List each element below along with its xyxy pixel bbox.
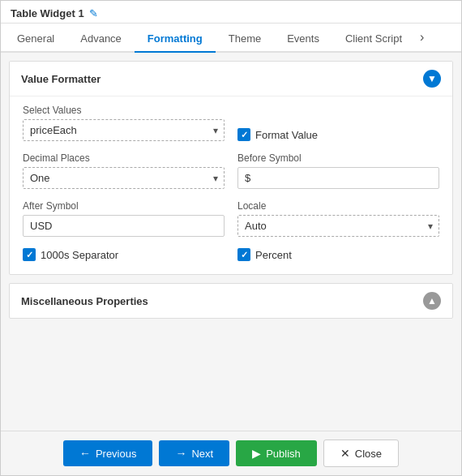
tab-general[interactable]: General xyxy=(4,26,67,53)
thousands-sep-check-group: ✓ 1000s Separator xyxy=(23,248,225,261)
previous-label: Previous xyxy=(96,448,137,460)
select-values-label: Select Values xyxy=(23,105,225,116)
misc-section-header[interactable]: Miscellaneous Properties ▲ xyxy=(10,284,452,318)
row-select-values: Select Values priceEach priceTotal ▾ xyxy=(23,105,439,141)
value-formatter-title: Value Formatter xyxy=(21,73,101,85)
previous-button[interactable]: ← Previous xyxy=(63,440,153,466)
before-symbol-label: Before Symbol xyxy=(237,152,439,164)
checkmark-icon: ✓ xyxy=(241,130,248,140)
decimal-places-label: Decimal Places xyxy=(23,152,225,164)
arrow-left-icon: ← xyxy=(79,447,91,460)
thousands-separator-checkbox[interactable]: ✓ xyxy=(23,248,36,261)
checkmark-icon: ✓ xyxy=(26,250,33,260)
decimal-places-select[interactable]: One Two Three xyxy=(23,167,225,189)
next-label: Next xyxy=(191,448,213,460)
locale-wrapper: Auto en-US fr-FR ▾ xyxy=(237,215,439,237)
play-icon: ▶ xyxy=(252,447,261,460)
before-symbol-group: Before Symbol xyxy=(237,152,439,189)
percent-check-group: ✓ Percent xyxy=(237,248,439,261)
locale-label: Locale xyxy=(237,200,439,212)
tab-events[interactable]: Events xyxy=(274,26,332,53)
value-formatter-header[interactable]: Value Formatter ▼ xyxy=(10,62,452,96)
window-title: Table Widget 1 xyxy=(11,7,84,19)
select-values-select[interactable]: priceEach priceTotal xyxy=(23,119,225,141)
after-symbol-group: After Symbol xyxy=(23,200,225,237)
thousands-separator-label: 1000s Separator xyxy=(41,249,118,261)
close-label: Close xyxy=(355,448,382,460)
tab-formatting[interactable]: Formatting xyxy=(135,26,216,53)
chevron-down-icon: ▼ xyxy=(427,73,437,84)
value-formatter-body: Select Values priceEach priceTotal ▾ xyxy=(10,96,452,274)
percent-group: ✓ Percent xyxy=(237,248,439,261)
format-value-group: ✓ Format Value xyxy=(237,105,439,141)
percent-label: Percent xyxy=(255,249,292,261)
format-value-check-group: ✓ Format Value xyxy=(237,128,439,141)
chevron-up-icon: ▲ xyxy=(427,295,437,307)
after-symbol-label: After Symbol xyxy=(23,200,225,212)
arrow-right-icon: → xyxy=(175,447,186,460)
format-value-label: Format Value xyxy=(255,129,318,141)
publish-label: Publish xyxy=(266,448,301,460)
misc-toggle[interactable]: ▲ xyxy=(423,292,441,310)
select-values-wrapper: priceEach priceTotal ▾ xyxy=(23,119,225,141)
tab-advance[interactable]: Advance xyxy=(67,26,135,53)
row-after-locale: After Symbol Locale Auto en-US fr-FR ▾ xyxy=(23,200,439,237)
main-content: Value Formatter ▼ Select Values priceEac… xyxy=(1,53,461,431)
close-button[interactable]: ✕ Close xyxy=(323,440,399,467)
publish-button[interactable]: ▶ Publish xyxy=(236,440,317,466)
edit-icon[interactable]: ✎ xyxy=(89,7,98,19)
misc-section: Miscellaneous Properties ▲ xyxy=(9,283,453,319)
decimal-places-wrapper: One Two Three ▾ xyxy=(23,167,225,189)
next-button[interactable]: → Next xyxy=(159,440,229,466)
row-decimal-before: Decimal Places One Two Three ▾ Before Sy… xyxy=(23,152,439,189)
tab-client-script[interactable]: Client Script xyxy=(332,26,415,53)
decimal-places-group: Decimal Places One Two Three ▾ xyxy=(23,152,225,189)
before-symbol-input[interactable] xyxy=(237,167,439,189)
percent-checkbox[interactable]: ✓ xyxy=(237,248,250,261)
row-checkboxes: ✓ 1000s Separator ✓ Percent xyxy=(23,248,439,261)
checkmark-icon: ✓ xyxy=(241,250,248,260)
misc-section-title: Miscellaneous Properties xyxy=(21,295,148,307)
locale-group: Locale Auto en-US fr-FR ▾ xyxy=(237,200,439,237)
format-value-checkbox[interactable]: ✓ xyxy=(237,128,250,141)
value-formatter-section: Value Formatter ▼ Select Values priceEac… xyxy=(9,61,453,275)
tab-theme[interactable]: Theme xyxy=(216,26,274,53)
thousands-sep-group: ✓ 1000s Separator xyxy=(23,248,225,261)
value-formatter-toggle[interactable]: ▼ xyxy=(423,70,441,88)
tabs-more-button[interactable]: › xyxy=(415,24,429,51)
select-values-group: Select Values priceEach priceTotal ▾ xyxy=(23,105,225,141)
close-icon: ✕ xyxy=(340,447,350,460)
locale-select[interactable]: Auto en-US fr-FR xyxy=(237,215,439,237)
tab-bar: General Advance Formatting Theme Events … xyxy=(1,24,461,53)
footer: ← Previous → Next ▶ Publish ✕ Close xyxy=(1,431,461,475)
after-symbol-input[interactable] xyxy=(23,215,225,237)
